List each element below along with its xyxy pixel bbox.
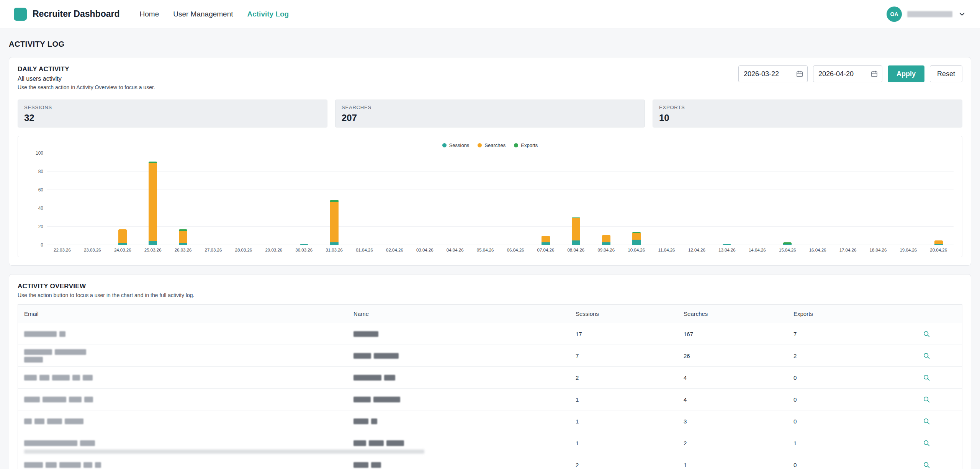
focus-user-button[interactable] bbox=[921, 438, 932, 449]
exports-cell: 7 bbox=[787, 331, 891, 337]
legend-item-searches[interactable]: Searches bbox=[478, 142, 506, 148]
redacted-text bbox=[24, 357, 341, 363]
page-body: ACTIVITY LOG DAILY ACTIVITY All users ac… bbox=[0, 40, 980, 469]
x-axis-tick-label: 10.04.26 bbox=[621, 248, 651, 252]
bar-group-27.03.26 bbox=[198, 153, 229, 245]
bar-group-06.04.26 bbox=[501, 153, 531, 245]
legend-item-exports[interactable]: Exports bbox=[514, 142, 538, 148]
bar-group-10.04.26 bbox=[621, 153, 651, 245]
search-icon bbox=[923, 439, 931, 447]
x-axis-tick-label: 25.03.26 bbox=[138, 248, 168, 252]
bar-segment-sessions bbox=[572, 240, 580, 245]
chevron-down-icon[interactable] bbox=[958, 10, 966, 18]
x-axis-tick-label: 04.04.26 bbox=[440, 248, 470, 252]
row-actions-cell bbox=[891, 459, 962, 469]
email-cell bbox=[18, 349, 347, 363]
x-axis-tick-label: 30.03.26 bbox=[289, 248, 319, 252]
nav-link-home[interactable]: Home bbox=[140, 10, 159, 18]
stat-sessions-label: SESSIONS bbox=[24, 105, 321, 110]
nav-link-user-management[interactable]: User Management bbox=[173, 10, 233, 18]
y-axis-tick-label: 80 bbox=[28, 169, 43, 174]
focus-user-button[interactable] bbox=[921, 394, 932, 405]
activity-table: EmailNameSessionsSearchesExports 1716777… bbox=[18, 304, 962, 469]
calendar-icon[interactable] bbox=[870, 70, 878, 78]
focus-user-button[interactable] bbox=[921, 416, 932, 427]
bar-segment-sessions bbox=[149, 241, 157, 245]
nav-link-activity-log[interactable]: Activity Log bbox=[247, 10, 289, 18]
chart-legend: SessionsSearchesExports bbox=[23, 142, 957, 149]
y-axis-tick-label: 40 bbox=[28, 206, 43, 211]
search-icon bbox=[923, 374, 931, 382]
redacted-block bbox=[353, 353, 371, 359]
bar-group-13.04.26 bbox=[712, 153, 742, 245]
focus-user-button[interactable] bbox=[921, 459, 932, 469]
redacted-block bbox=[353, 440, 366, 446]
focus-user-button[interactable] bbox=[921, 372, 932, 383]
redacted-block bbox=[34, 418, 44, 424]
legend-item-sessions[interactable]: Sessions bbox=[442, 142, 470, 148]
top-navbar: Recruiter Dashboard Home User Management… bbox=[0, 0, 980, 28]
email-cell bbox=[18, 440, 347, 446]
x-axis-tick-label: 11.04.26 bbox=[651, 248, 682, 252]
legend-dot-icon bbox=[442, 143, 447, 147]
activity-table-header: EmailNameSessionsSearchesExports bbox=[18, 305, 962, 323]
date-from-input[interactable]: 2026-03-22 bbox=[738, 65, 808, 82]
row-actions-cell bbox=[891, 394, 962, 405]
bar-group-30.03.26 bbox=[289, 153, 319, 245]
reset-button[interactable]: Reset bbox=[930, 65, 962, 82]
x-axis-tick-label: 24.03.26 bbox=[108, 248, 138, 252]
x-axis-tick-label: 29.03.26 bbox=[258, 248, 289, 252]
bar-group-26.03.26 bbox=[168, 153, 198, 245]
bar-group-01.04.26 bbox=[349, 153, 380, 245]
bar-group-23.03.26 bbox=[77, 153, 108, 245]
table-row: 240 bbox=[18, 367, 962, 389]
search-icon bbox=[923, 461, 931, 469]
x-axis-tick-label: 18.04.26 bbox=[863, 248, 893, 252]
bar-segment-sessions bbox=[300, 244, 308, 245]
bar-segment-searches bbox=[632, 233, 641, 240]
date-range-controls: 2026-03-22 2026-04-20 Apply Reset bbox=[738, 65, 962, 82]
column-header-sessions: Sessions bbox=[569, 310, 677, 317]
focus-user-button[interactable] bbox=[921, 328, 932, 340]
focus-user-button[interactable] bbox=[921, 350, 932, 361]
stat-exports: EXPORTS 10 bbox=[653, 100, 962, 127]
date-to-input[interactable]: 2026-04-20 bbox=[813, 65, 882, 82]
x-axis-tick-label: 15.04.26 bbox=[772, 248, 803, 252]
x-axis-tick-label: 03.04.26 bbox=[410, 248, 440, 252]
user-menu[interactable]: OA bbox=[887, 7, 966, 22]
bar-group-03.04.26 bbox=[410, 153, 440, 245]
search-icon bbox=[923, 330, 931, 338]
bar-segment-sessions bbox=[934, 244, 943, 245]
x-axis-tick-label: 14.04.26 bbox=[742, 248, 772, 252]
bar-group-16.04.26 bbox=[803, 153, 833, 245]
redacted-text bbox=[24, 375, 341, 381]
redacted-block bbox=[24, 397, 40, 402]
page-title: ACTIVITY LOG bbox=[9, 40, 971, 49]
redacted-block bbox=[386, 440, 404, 446]
table-row: 130 bbox=[18, 410, 962, 432]
daily-activity-card: DAILY ACTIVITY All users activity Use th… bbox=[9, 57, 971, 266]
bar-segment-sessions bbox=[118, 243, 127, 245]
stat-sessions: SESSIONS 32 bbox=[18, 100, 327, 127]
email-cell bbox=[18, 397, 347, 402]
x-axis-tick-label: 27.03.26 bbox=[198, 248, 229, 252]
column-header-exports: Exports bbox=[787, 310, 891, 317]
sessions-cell: 2 bbox=[569, 374, 677, 381]
calendar-icon[interactable] bbox=[796, 70, 803, 78]
bar-group-05.04.26 bbox=[470, 153, 501, 245]
searches-cell: 3 bbox=[677, 418, 787, 425]
redacted-block bbox=[95, 462, 101, 468]
bar-group-12.04.26 bbox=[682, 153, 712, 245]
email-cell bbox=[18, 418, 347, 424]
daily-activity-subtitle: All users activity bbox=[18, 75, 155, 82]
bar-group-07.04.26 bbox=[531, 153, 561, 245]
name-cell bbox=[347, 353, 569, 359]
redacted-block bbox=[65, 418, 83, 424]
redacted-block bbox=[83, 462, 92, 468]
redacted-text bbox=[353, 462, 563, 468]
email-cell bbox=[18, 462, 347, 468]
avatar[interactable]: OA bbox=[887, 7, 902, 22]
redacted-text bbox=[24, 440, 341, 446]
apply-button[interactable]: Apply bbox=[888, 65, 924, 82]
bar-group-02.04.26 bbox=[380, 153, 410, 245]
